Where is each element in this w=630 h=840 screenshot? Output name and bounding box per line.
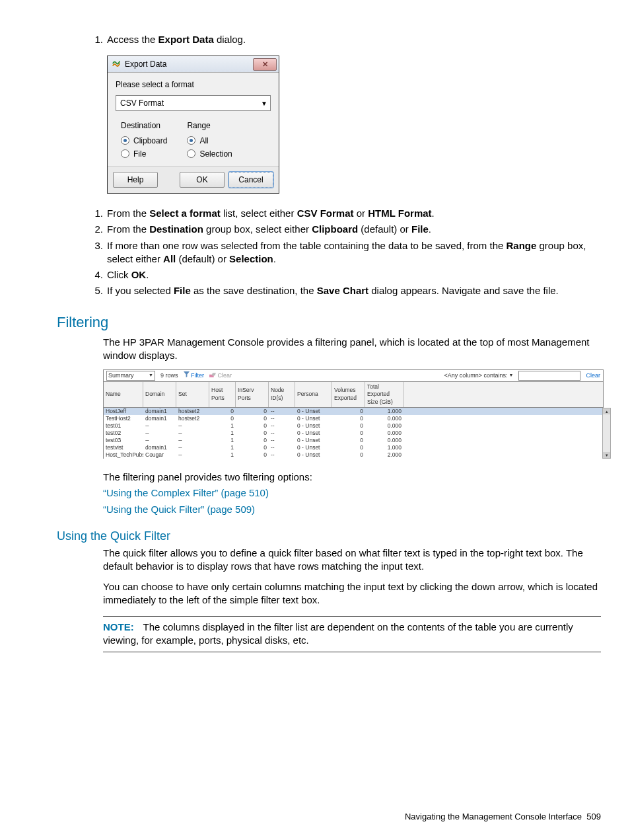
export-data-dialog: Export Data✕Please select a formatCSV Fo…: [107, 56, 279, 194]
column-header[interactable]: Persona: [295, 382, 332, 407]
filter-panel-screenshot: Summary▼ 9 rows Filter Clear <Any column…: [103, 369, 604, 459]
radio-file[interactable]: File: [121, 149, 167, 159]
column-header[interactable]: Total Exported Size (GiB): [365, 382, 403, 407]
dialog-title: Export Data: [125, 59, 249, 69]
note-text: The columns displayed in the filter list…: [103, 621, 573, 646]
table-row[interactable]: Host_TechPubsCougar--10--0 - Unset02.000: [104, 451, 603, 459]
destination-group: DestinationClipboardFile: [121, 120, 167, 162]
cancel-button[interactable]: Cancel: [228, 172, 273, 188]
filter-link[interactable]: Filter: [184, 371, 205, 379]
quick-filter-input[interactable]: [518, 371, 580, 381]
radio-all[interactable]: All: [187, 135, 232, 146]
help-button[interactable]: Help: [113, 172, 158, 188]
radio-selection[interactable]: Selection: [187, 149, 232, 159]
filter-options-lead: The filtering panel provides two filteri…: [103, 471, 601, 484]
step-3: From the Destination group box, select e…: [107, 223, 601, 236]
rows-count: 9 rows: [160, 371, 178, 379]
step-4: If more than one row was selected from t…: [107, 239, 601, 266]
column-header[interactable]: Name: [104, 382, 143, 407]
clear-link[interactable]: Clear: [209, 371, 232, 379]
app-icon: [112, 59, 121, 69]
link-complex-filter[interactable]: “Using the Complex Filter” (page 510): [103, 487, 269, 498]
quick-p2: You can choose to have only certain colu…: [103, 580, 601, 607]
column-header[interactable]: Host Ports: [209, 382, 236, 407]
scrollbar[interactable]: ▴▾: [602, 408, 611, 459]
note-block: NOTE: The columns displayed in the filte…: [103, 616, 601, 652]
close-button[interactable]: ✕: [253, 58, 277, 71]
table-row[interactable]: test02----10--0 - Unset00.000: [104, 430, 603, 437]
view-combo[interactable]: Summary▼: [106, 371, 155, 381]
chevron-down-icon: ▼: [261, 99, 267, 108]
anycol-label[interactable]: <Any column> contains:: [444, 371, 507, 379]
range-group: RangeAllSelection: [187, 120, 232, 162]
ok-button[interactable]: OK: [180, 172, 225, 188]
filtering-heading: Filtering: [57, 313, 601, 332]
step-1: Access the Export Data dialog.Export Dat…: [107, 33, 601, 194]
step-2: From the Select a format list, select ei…: [107, 207, 601, 220]
table-row[interactable]: testvistdomain1--10--0 - Unset01.000: [104, 444, 603, 451]
step-6: If you selected File as the save destina…: [107, 284, 601, 297]
svg-rect-1: [212, 373, 217, 375]
column-header[interactable]: Volumes Exported: [332, 382, 365, 407]
quick-p1: The quick filter allows you to define a …: [103, 547, 601, 574]
filtering-intro: The HP 3PAR Management Console provides …: [103, 336, 601, 363]
step-5: Click OK.: [107, 268, 601, 282]
column-header[interactable]: Set: [176, 382, 209, 407]
quick-filter-heading: Using the Quick Filter: [57, 528, 601, 544]
radio-clipboard[interactable]: Clipboard: [121, 135, 167, 146]
dialog-prompt: Please select a format: [116, 79, 271, 90]
column-header[interactable]: Node ID(s): [269, 382, 295, 407]
note-label: NOTE:: [103, 621, 134, 632]
clear-link-2[interactable]: Clear: [586, 371, 600, 379]
table-row[interactable]: TestHost2domain1hostset200--0 - Unset00.…: [104, 415, 603, 422]
column-header[interactable]: InServ Ports: [236, 382, 269, 407]
format-combo[interactable]: CSV Format▼: [116, 95, 271, 111]
column-header[interactable]: Domain: [143, 382, 176, 407]
table-row[interactable]: test01----10--0 - Unset00.000: [104, 422, 603, 430]
link-quick-filter[interactable]: “Using the Quick Filter” (page 509): [103, 504, 255, 515]
table-row[interactable]: test03----10--0 - Unset00.000: [104, 437, 603, 444]
table-row[interactable]: HostJeffdomain1hostset200--0 - Unset01.0…: [104, 408, 603, 415]
